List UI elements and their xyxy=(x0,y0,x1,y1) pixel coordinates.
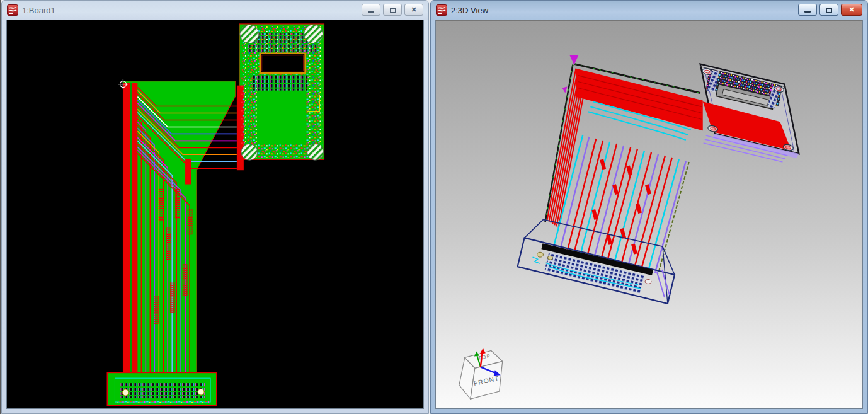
restore-button[interactable] xyxy=(819,4,838,16)
window-board1: 1:Board1 ✕ xyxy=(1,0,429,414)
close-icon: ✕ xyxy=(848,6,854,13)
orientation-cube[interactable]: TOP FRONT xyxy=(459,348,503,399)
restore-icon xyxy=(390,8,396,13)
restore-icon xyxy=(826,8,832,13)
corner-marker-3d xyxy=(569,55,578,65)
window-controls: ✕ xyxy=(798,4,862,16)
display-window xyxy=(260,54,306,73)
red-trace-band-3d xyxy=(576,69,702,131)
board-3d xyxy=(700,64,799,162)
minimize-button[interactable] xyxy=(798,4,817,16)
window-controls: ✕ xyxy=(362,4,423,16)
close-button[interactable]: ✕ xyxy=(841,4,862,16)
window-title: 2:3D View xyxy=(451,6,488,15)
titlebar-3d-view[interactable]: 2:3D View ✕ xyxy=(431,1,867,20)
window-3d-view: 2:3D View ✕ xyxy=(430,0,868,414)
connector-hole-right xyxy=(198,389,204,395)
app-icon xyxy=(436,4,447,16)
flex-3d xyxy=(545,55,702,273)
board-2d-background xyxy=(7,20,423,408)
board-connector-grid xyxy=(252,75,307,91)
restore-button[interactable] xyxy=(383,4,402,16)
connector-hole-left xyxy=(122,389,128,396)
connector-pin-grid-2d xyxy=(120,382,205,398)
minimize-button[interactable] xyxy=(362,4,380,16)
window-title: 1:Board1 xyxy=(22,6,55,15)
rigid-board-2d xyxy=(237,24,324,170)
view-3d-canvas[interactable]: TOP FRONT xyxy=(435,20,863,409)
minimize-icon xyxy=(804,11,811,13)
close-button[interactable]: ✕ xyxy=(404,4,423,16)
board-2d-canvas[interactable] xyxy=(6,20,424,409)
titlebar-board1[interactable]: 1:Board1 ✕ xyxy=(2,1,428,20)
minimize-icon xyxy=(368,11,374,13)
connector-2d xyxy=(108,372,217,406)
app-icon xyxy=(7,4,18,16)
close-icon: ✕ xyxy=(411,6,416,13)
